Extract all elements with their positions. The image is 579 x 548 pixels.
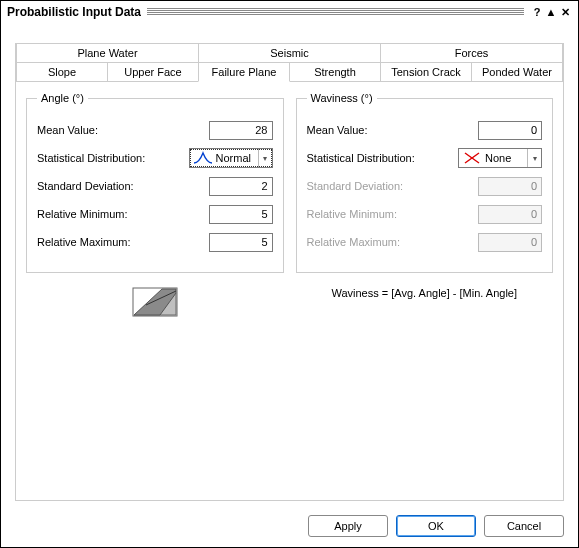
- waviness-dist-select[interactable]: None ▾: [458, 148, 542, 168]
- waviness-formula: Waviness = [Avg. Angle] - [Min. Angle]: [296, 287, 554, 319]
- angle-relmax-row: Relative Maximum:: [37, 232, 273, 252]
- waviness-legend: Waviness (°): [307, 92, 377, 104]
- angle-relmin-input[interactable]: [209, 205, 273, 224]
- angle-dist-row: Statistical Distribution: Normal ▾: [37, 148, 273, 168]
- dialog-window: Probabilistic Input Data ? ▲ ✕ Plane Wat…: [0, 0, 579, 548]
- waviness-dist-label: Statistical Distribution:: [307, 152, 415, 164]
- angle-relmax-input[interactable]: [209, 233, 273, 252]
- tab-upper-face[interactable]: Upper Face: [107, 62, 199, 82]
- slope-diagram-icon: [132, 287, 178, 317]
- waviness-mean-input[interactable]: [478, 121, 542, 140]
- chevron-down-icon: ▾: [527, 149, 541, 167]
- angle-std-label: Standard Deviation:: [37, 180, 134, 192]
- tabs-row-lower: Slope Upper Face Failure Plane Strength …: [16, 62, 563, 82]
- waviness-std-label: Standard Deviation:: [307, 180, 404, 192]
- waviness-group: Waviness (°) Mean Value: Statistical Dis…: [296, 92, 554, 273]
- waviness-relmax-label: Relative Maximum:: [307, 236, 401, 248]
- angle-relmax-label: Relative Maximum:: [37, 236, 131, 248]
- ok-button[interactable]: OK: [396, 515, 476, 537]
- collapse-button[interactable]: ▲: [544, 6, 558, 18]
- cancel-button[interactable]: Cancel: [484, 515, 564, 537]
- waviness-mean-row: Mean Value:: [307, 120, 543, 140]
- angle-dist-select[interactable]: Normal ▾: [189, 148, 273, 168]
- dialog-buttons: Apply OK Cancel: [308, 515, 564, 537]
- waviness-dist-value: None: [485, 152, 527, 164]
- waviness-relmax-input: [478, 233, 542, 252]
- tab-forces[interactable]: Forces: [380, 43, 563, 62]
- angle-legend: Angle (°): [37, 92, 88, 104]
- lower-row: Waviness = [Avg. Angle] - [Min. Angle]: [26, 273, 553, 319]
- angle-mean-label: Mean Value:: [37, 124, 98, 136]
- angle-mean-input[interactable]: [209, 121, 273, 140]
- angle-std-input[interactable]: [209, 177, 273, 196]
- window-title: Probabilistic Input Data: [7, 5, 141, 19]
- angle-relmin-label: Relative Minimum:: [37, 208, 127, 220]
- angle-relmin-row: Relative Minimum:: [37, 204, 273, 224]
- waviness-std-input: [478, 177, 542, 196]
- groups-row: Angle (°) Mean Value: Statistical Distri…: [26, 92, 553, 273]
- tab-seismic[interactable]: Seismic: [198, 43, 381, 62]
- titlebar: Probabilistic Input Data ? ▲ ✕: [1, 1, 578, 23]
- angle-dist-value: Normal: [216, 152, 258, 164]
- waviness-relmax-row: Relative Maximum:: [307, 232, 543, 252]
- chevron-down-icon: ▾: [258, 149, 272, 167]
- waviness-mean-label: Mean Value:: [307, 124, 368, 136]
- angle-mean-row: Mean Value:: [37, 120, 273, 140]
- apply-button[interactable]: Apply: [308, 515, 388, 537]
- tab-failure-plane[interactable]: Failure Plane: [198, 62, 290, 82]
- none-cross-icon: [462, 151, 482, 165]
- tab-plane-water[interactable]: Plane Water: [16, 43, 199, 62]
- titlebar-rule: [147, 8, 524, 16]
- close-button[interactable]: ✕: [558, 6, 572, 19]
- angle-group: Angle (°) Mean Value: Statistical Distri…: [26, 92, 284, 273]
- content-panel: Plane Water Seismic Forces Slope Upper F…: [15, 43, 564, 501]
- waviness-relmin-row: Relative Minimum:: [307, 204, 543, 224]
- waviness-dist-row: Statistical Distribution: None ▾: [307, 148, 543, 168]
- help-button[interactable]: ?: [530, 6, 544, 18]
- waviness-relmin-input: [478, 205, 542, 224]
- waviness-std-row: Standard Deviation:: [307, 176, 543, 196]
- tab-slope[interactable]: Slope: [16, 62, 108, 82]
- tab-ponded-water[interactable]: Ponded Water: [471, 62, 563, 82]
- normal-curve-icon: [193, 151, 213, 165]
- angle-std-row: Standard Deviation:: [37, 176, 273, 196]
- tab-tension-crack[interactable]: Tension Crack: [380, 62, 472, 82]
- waviness-relmin-label: Relative Minimum:: [307, 208, 397, 220]
- angle-dist-label: Statistical Distribution:: [37, 152, 145, 164]
- slope-diagram-wrap: [26, 287, 284, 319]
- tab-body: Angle (°) Mean Value: Statistical Distri…: [16, 82, 563, 498]
- tabs-row-upper: Plane Water Seismic Forces: [16, 43, 563, 62]
- tab-strength[interactable]: Strength: [289, 62, 381, 82]
